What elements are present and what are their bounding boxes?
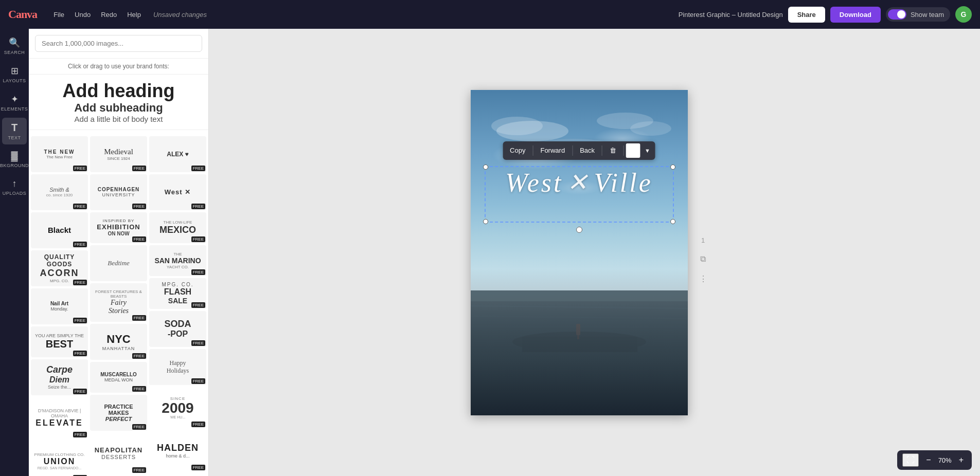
- font-card-copenhagen[interactable]: COPENHAGEN UNIVERSITY FREE: [90, 174, 147, 210]
- free-badge: FREE: [132, 386, 146, 392]
- show-team-toggle[interactable]: Show team: [886, 7, 950, 22]
- free-badge: FREE: [73, 242, 87, 247]
- free-badge: FREE: [73, 351, 87, 356]
- svg-point-2: [597, 113, 653, 129]
- dropdown-arrow-icon[interactable]: ▼: [642, 145, 653, 156]
- font-card-elevate[interactable]: D'MADISON ABVIE | OMAHA ELEVATE FREE: [31, 397, 88, 438]
- topbar: Canva File Undo Redo Help Unsaved change…: [0, 0, 980, 29]
- background-icon: ▓: [11, 151, 17, 161]
- font-card-best[interactable]: YOU ARE SIMPLY THE BEST FREE: [31, 326, 88, 357]
- font-card-fairy[interactable]: FOREST CREATURES & BEASTS Fairy Stories …: [90, 283, 147, 322]
- duplicate-page-icon[interactable]: ⧉: [700, 254, 706, 264]
- free-badge: FREE: [191, 465, 205, 470]
- free-badge: FREE: [132, 315, 146, 321]
- svg-point-0: [496, 121, 568, 141]
- font-card-nyc[interactable]: NYC MANHATTAN FREE: [90, 324, 147, 360]
- sidebar-item-layouts[interactable]: ⊞ LAYOUTS: [2, 61, 27, 87]
- show-team-label: Show team: [911, 11, 944, 19]
- free-badge: FREE: [73, 432, 87, 437]
- font-card-flash[interactable]: MPG. CO. FLASH SALE FREE: [149, 278, 206, 309]
- font-card-halden[interactable]: HALDEN home & d... FREE: [149, 430, 206, 471]
- back-button[interactable]: Back: [575, 144, 600, 157]
- floating-toolbar: Copy Forward Back 🗑 ▼: [503, 141, 655, 160]
- toggle-switch-icon: [888, 9, 906, 20]
- user-avatar[interactable]: G: [955, 6, 972, 23]
- brand-fonts-label: Click or drag to use your brand fonts:: [29, 59, 208, 75]
- svg-line-6: [471, 306, 688, 308]
- copy-button[interactable]: Copy: [505, 144, 530, 157]
- top-menu: File Undo Redo Help: [49, 9, 145, 21]
- add-heading-section: Add heading Add subheading Add a little …: [29, 75, 208, 130]
- font-card-medieval[interactable]: Medieval SINCE 1924 FREE: [90, 136, 147, 172]
- font-col-0: THE NEW The New Free FREE Smith & co. si…: [31, 136, 88, 476]
- sidebar-item-elements[interactable]: ✦ ELEMENTS: [2, 89, 27, 116]
- font-card-alex[interactable]: ALEX ♥ FREE: [149, 136, 206, 172]
- zoom-in-button[interactable]: +: [956, 454, 967, 466]
- font-card-neapolitan[interactable]: NEAPOLITAN DESSERTS FREE: [90, 433, 147, 474]
- font-card-smith[interactable]: Smith & co. since 1920 FREE: [31, 174, 88, 210]
- font-card-nailart[interactable]: Nail Art Monday. FREE: [31, 288, 88, 324]
- font-card-carpe[interactable]: Carpe Diem Seize the... FREE: [31, 359, 88, 395]
- text-icon: T: [11, 122, 17, 134]
- font-card-sanmarino[interactable]: THE SAN MARINO YACHT CO. FREE: [149, 245, 206, 276]
- delete-page-icon[interactable]: ⋮: [699, 274, 707, 284]
- sidebar-item-label-uploads: UPLOADS: [3, 191, 27, 196]
- canvas-design[interactable]: West ✕ Ville: [471, 90, 688, 415]
- svg-line-8: [471, 326, 688, 327]
- canvas-area[interactable]: Copy Forward Back 🗑 ▼: [209, 29, 980, 476]
- sidebar-item-label-text: TEXT: [8, 135, 21, 140]
- font-card-union[interactable]: PREMIUM CLOTHING CO. UNION REGD. SAN FER…: [31, 441, 88, 476]
- trash-button[interactable]: 🗑: [604, 144, 621, 157]
- download-button[interactable]: Download: [830, 7, 881, 23]
- add-body-button[interactable]: Add a little bit of body text: [35, 115, 202, 123]
- add-heading-button[interactable]: Add heading: [35, 81, 202, 101]
- canvas-background-image: [471, 90, 688, 415]
- right-panel: 1 ⧉ ⋮: [688, 221, 719, 284]
- font-card-practice[interactable]: PRACTICE MAKES PERFECT FREE: [90, 395, 147, 431]
- font-card-black[interactable]: Blackt FREE: [31, 212, 88, 248]
- sidebar-item-label-elements: ELEMENTS: [1, 106, 28, 112]
- uploads-icon: ↑: [12, 178, 17, 189]
- free-badge: FREE: [132, 353, 146, 359]
- search-input[interactable]: [35, 35, 202, 52]
- font-card-muscar[interactable]: MUSCARELLO MEDAL WON FREE: [90, 362, 147, 393]
- sidebar-item-uploads[interactable]: ↑ UPLOADS: [2, 174, 27, 200]
- unsaved-indicator: Unsaved changes: [153, 11, 207, 19]
- add-subheading-button[interactable]: Add subheading: [35, 101, 202, 115]
- sidebar-item-background[interactable]: ▓ BKGROUND: [2, 147, 27, 172]
- svg-point-1: [491, 117, 543, 135]
- menu-undo[interactable]: Undo: [70, 9, 95, 21]
- search-icon: 🔍: [9, 37, 20, 48]
- zoom-level-display[interactable]: 70%: [936, 456, 954, 464]
- sidebar-item-search[interactable]: 🔍 SEARCH: [2, 33, 27, 59]
- free-badge: FREE: [191, 340, 205, 346]
- forward-button[interactable]: Forward: [535, 144, 570, 157]
- sidebar-item-label-layouts: LAYOUTS: [3, 78, 26, 83]
- font-card-happy[interactable]: Happy Holidays FREE: [149, 349, 206, 385]
- font-card-mexico[interactable]: THE LOW-LIFE MEXICO FREE: [149, 212, 206, 243]
- font-card-sodapop[interactable]: SODA -POP FREE: [149, 311, 206, 347]
- menu-file[interactable]: File: [49, 9, 68, 21]
- zoom-out-button[interactable]: −: [923, 454, 934, 466]
- free-badge: FREE: [73, 280, 87, 285]
- layouts-icon: ⊞: [11, 65, 19, 77]
- sidebar-item-text[interactable]: T TEXT: [2, 118, 27, 144]
- free-badge: FREE: [73, 389, 87, 394]
- font-card-acorn[interactable]: QUALITY GOODS ACORN MPG. CO. FREE: [31, 250, 88, 286]
- font-card-west[interactable]: West ✕ FREE: [149, 174, 206, 210]
- canva-logo[interactable]: Canva: [8, 8, 37, 21]
- color-swatch[interactable]: [626, 143, 640, 158]
- font-card-the-new[interactable]: THE NEW The New Free FREE: [31, 136, 88, 172]
- font-card-since2009[interactable]: SINCE 2009 WE HU... FREE: [149, 387, 206, 428]
- menu-help[interactable]: Help: [123, 9, 145, 21]
- font-grid: THE NEW The New Free FREE Smith & co. si…: [29, 134, 208, 476]
- font-card-bedtime[interactable]: Bedtime: [90, 245, 147, 281]
- menu-redo[interactable]: Redo: [97, 9, 121, 21]
- free-badge: FREE: [191, 236, 205, 242]
- font-card-exhibition[interactable]: INSPIRED BY EXHIBITION ON NOW FREE: [90, 212, 147, 243]
- svg-rect-10: [522, 337, 637, 352]
- canvas-text-element[interactable]: West ✕ Ville: [492, 170, 667, 196]
- fullscreen-button[interactable]: ⛶: [902, 453, 919, 467]
- share-button[interactable]: Share: [788, 7, 825, 23]
- sidebar-item-label-search: SEARCH: [4, 50, 25, 55]
